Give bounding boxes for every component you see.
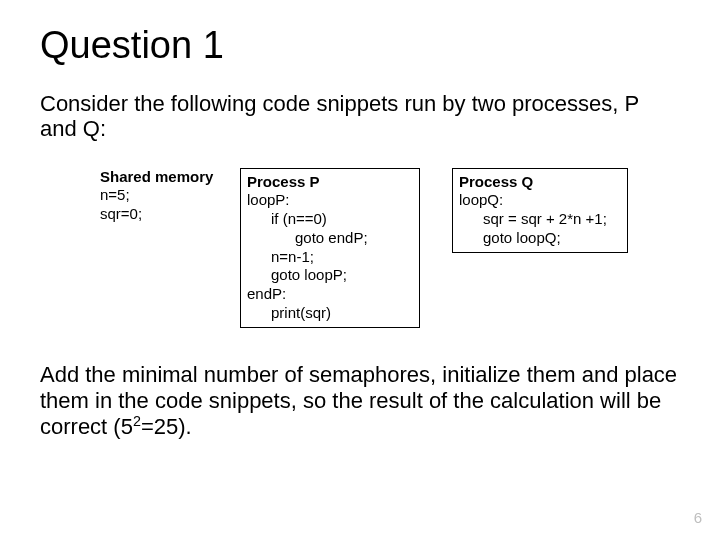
procQ-heading: Process Q [459,173,621,192]
shared-heading: Shared memory [100,168,232,187]
code-columns: Shared memory n=5; sqr=0; Process P loop… [100,168,680,328]
procP-heading: Process P [247,173,413,192]
process-q-block: Process Q loopQ: sqr = sqr + 2*n +1; got… [452,168,628,253]
page-title: Question 1 [40,24,680,67]
procP-line: print(sqr) [247,304,413,323]
procQ-line: goto loopQ; [459,229,621,248]
intro-text: Consider the following code snippets run… [40,91,680,142]
procQ-line: loopQ: [459,191,621,210]
procQ-line: sqr = sqr + 2*n +1; [459,210,621,229]
procP-line: loopP: [247,191,413,210]
closing-text: Add the minimal number of semaphores, in… [40,362,680,440]
shared-memory-block: Shared memory n=5; sqr=0; [100,168,240,224]
procP-line: endP: [247,285,413,304]
shared-line: sqr=0; [100,205,232,224]
shared-line: n=5; [100,186,232,205]
procP-line: goto endP; [247,229,413,248]
closing-superscript: 2 [133,412,141,428]
procP-line: if (n==0) [247,210,413,229]
procP-line: n=n-1; [247,248,413,267]
page-number: 6 [694,509,702,526]
slide: Question 1 Consider the following code s… [0,0,720,540]
procP-line: goto loopP; [247,266,413,285]
process-p-block: Process P loopP: if (n==0) goto endP; n=… [240,168,420,328]
closing-post: =25). [141,414,192,439]
